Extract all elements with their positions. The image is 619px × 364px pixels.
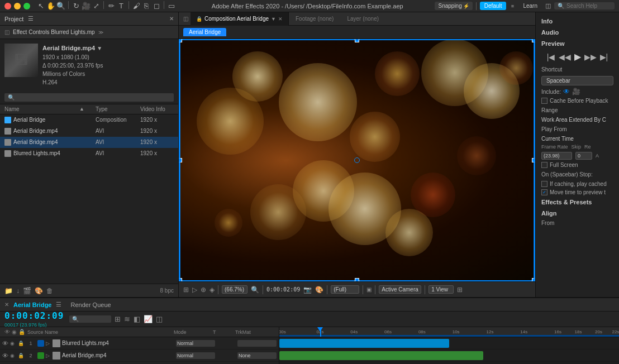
move-time-checkbox[interactable]: ✓: [541, 189, 547, 195]
timeline-close-icon[interactable]: ✕: [4, 301, 9, 308]
magnify-icon[interactable]: 🔍: [251, 286, 259, 294]
skip-input[interactable]: [575, 152, 592, 160]
search-input[interactable]: [566, 3, 611, 9]
timeline-menu-icon[interactable]: ☰: [56, 301, 61, 308]
frame-blend-icon[interactable]: ◧: [134, 315, 140, 323]
layer-row-1[interactable]: 👁 ◉ 🔒 1 ▷ Blurred Lights.mp4 Normal: [0, 337, 279, 349]
brush-tool-icon[interactable]: 🖌: [131, 1, 141, 11]
include-camera-icon[interactable]: 🎥: [572, 88, 580, 95]
panel-toggle-icon[interactable]: ◫: [543, 1, 553, 11]
camera-icon[interactable]: 📷: [303, 286, 312, 294]
workspace-menu-icon[interactable]: ≡: [507, 1, 517, 11]
align-section[interactable]: Align: [536, 208, 619, 219]
col-video-header[interactable]: Video Info: [140, 106, 174, 112]
col-name-header[interactable]: Name: [4, 106, 79, 112]
snapping-button[interactable]: Snapping ⚡: [435, 2, 472, 10]
layer-2-solo-icon[interactable]: ◉: [10, 353, 18, 358]
cache-checkbox[interactable]: [541, 98, 547, 104]
effect-controls-tab[interactable]: ◫ Effect Controls Blurred Lights.mp ≫: [0, 26, 178, 39]
clone-tool-icon[interactable]: ⎘: [141, 1, 151, 11]
layer-1-vis-icon[interactable]: 👁: [2, 340, 10, 347]
composition-viewer[interactable]: [179, 39, 535, 281]
motion-blur-icon[interactable]: ≋: [124, 315, 130, 323]
file-row-selected[interactable]: Aerial Bridge.mp4 AVI 1920 x: [0, 137, 178, 148]
tab-layer-none[interactable]: Layer (none): [340, 16, 385, 22]
cache-play-checkbox[interactable]: [541, 181, 547, 187]
info-section[interactable]: Info: [536, 16, 619, 27]
sub-tab-aerial-bridge[interactable]: Aerial Bridge: [183, 28, 226, 36]
layer-1-mode-select[interactable]: Normal: [176, 340, 215, 347]
project-panel-close[interactable]: ✕: [169, 16, 174, 22]
step-back-icon[interactable]: |◀: [547, 52, 555, 61]
text-tool-icon[interactable]: T: [116, 1, 126, 11]
project-panel-menu-icon[interactable]: ☰: [28, 15, 34, 22]
grid-icon[interactable]: ⊞: [457, 286, 463, 294]
workspace-button[interactable]: Default: [480, 2, 507, 10]
preview-section[interactable]: Preview: [536, 38, 619, 49]
maximize-button[interactable]: [23, 3, 30, 9]
timeline-timecode[interactable]: 0:00:02:09: [4, 310, 64, 321]
layer-1-expand-icon[interactable]: ▷: [46, 341, 53, 346]
fullscreen-checkbox[interactable]: [541, 162, 547, 168]
minimize-button[interactable]: [14, 3, 21, 9]
new-comp-icon[interactable]: 🎬: [23, 287, 31, 295]
shape-tool-icon[interactable]: ▭: [166, 1, 177, 11]
tab-footage-none[interactable]: Footage (none): [289, 16, 340, 22]
graph-editor-icon[interactable]: 📈: [144, 315, 153, 323]
include-eye-icon[interactable]: 👁: [563, 88, 570, 95]
viewer-tool-icon-4[interactable]: ◈: [209, 286, 215, 294]
hand-tool-icon[interactable]: ✋: [46, 1, 56, 11]
layer-2-mode-select[interactable]: Normal: [176, 352, 215, 359]
audio-section[interactable]: Audio: [536, 27, 619, 38]
layer-2-vis-icon[interactable]: 👁: [2, 352, 10, 359]
eraser-tool-icon[interactable]: ◻: [151, 1, 161, 11]
col-type-header[interactable]: Type: [96, 106, 140, 112]
zoom-select[interactable]: (66.7%) (50%) (100%): [222, 285, 247, 294]
view-select[interactable]: 1 View 2 Views 4 Views: [428, 285, 454, 294]
viewer-tool-icon-1[interactable]: ⊞: [183, 286, 189, 294]
color-icon[interactable]: 🎨: [35, 287, 43, 295]
layer-1-trkmat-select[interactable]: [237, 340, 277, 347]
viewer-tool-icon-3[interactable]: ⊕: [201, 286, 206, 294]
new-folder-icon[interactable]: 📁: [4, 287, 13, 295]
asset-dropdown-arrow[interactable]: ▼: [97, 45, 102, 51]
camera-tool-icon[interactable]: 🎥: [81, 1, 91, 11]
viewer-tool-icon-2[interactable]: ▷: [192, 286, 197, 294]
camera-select[interactable]: Active Camera: [379, 285, 421, 294]
quality-select[interactable]: (Full) (Half) (Quarter): [331, 285, 359, 294]
file-row[interactable]: Blurred Lights.mp4 AVI 1920 x: [0, 148, 178, 159]
handle-mt[interactable]: [355, 39, 359, 42]
track-row-1[interactable]: [279, 337, 619, 349]
layer-2-expand-icon[interactable]: ▷: [46, 353, 53, 358]
rotation-tool-icon[interactable]: ↻: [71, 1, 81, 11]
render-queue-tab[interactable]: Render Queue: [70, 301, 111, 308]
fps-select[interactable]: (23.98) (24) (30): [541, 152, 572, 160]
composition-mini-icon[interactable]: ◫: [156, 315, 163, 323]
layer-2-lock-icon[interactable]: 🔒: [18, 353, 26, 358]
delete-icon[interactable]: 🗑: [46, 287, 53, 295]
track-row-2[interactable]: [279, 349, 619, 362]
layer-row-2[interactable]: 👁 ◉ 🔒 2 ▷ Aerial Bridge.mp4 Normal None: [0, 349, 279, 362]
play-icon[interactable]: ▶: [574, 51, 581, 62]
file-row[interactable]: Aerial Bridge.mp4 AVI 1920 x: [0, 126, 178, 137]
fast-forward-icon[interactable]: ▶▶: [584, 52, 597, 61]
pen-tool-icon[interactable]: ✏: [106, 1, 116, 11]
zoom-tool-icon[interactable]: 🔍: [56, 1, 66, 11]
project-search-input[interactable]: [16, 94, 170, 100]
color-picker-icon[interactable]: 🎨: [315, 286, 323, 294]
pan-tool-icon[interactable]: ⤢: [91, 1, 101, 11]
rewind-icon[interactable]: ◀◀: [559, 52, 571, 61]
effects-presets-section[interactable]: Effects & Presets: [536, 197, 619, 208]
move-tool-icon[interactable]: ↖: [36, 1, 46, 11]
layer-2-trkmat-select[interactable]: None: [237, 352, 277, 359]
timeline-search-input[interactable]: [80, 316, 108, 322]
close-button[interactable]: [4, 3, 11, 9]
comp-tab-close[interactable]: ✕: [278, 16, 283, 22]
alpha-icon[interactable]: ▣: [366, 286, 372, 293]
import-icon[interactable]: ↓: [16, 287, 20, 295]
solo-switches-icon[interactable]: ⊞: [115, 315, 121, 323]
handle-mb[interactable]: [355, 278, 359, 281]
layer-1-solo-icon[interactable]: ◉: [10, 341, 18, 346]
layer-1-lock-icon[interactable]: 🔒: [18, 341, 26, 346]
step-forward-icon[interactable]: ▶|: [600, 52, 608, 61]
